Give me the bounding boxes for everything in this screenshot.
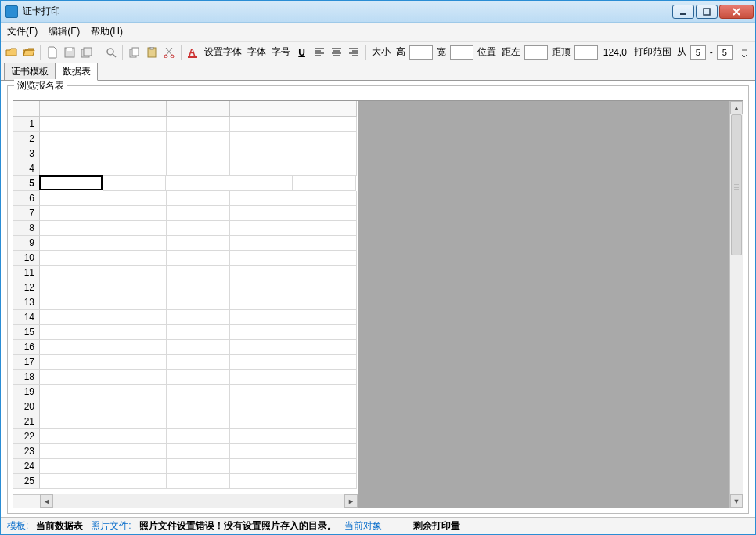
close-button[interactable] (719, 5, 754, 19)
grid-corner[interactable] (13, 101, 40, 117)
new-doc-icon[interactable] (45, 45, 59, 60)
cell[interactable] (40, 251, 103, 266)
minimize-button[interactable] (672, 5, 694, 19)
table-row[interactable]: 9 (13, 236, 358, 251)
col-header-2[interactable] (103, 101, 167, 117)
table-row[interactable]: 1 (13, 117, 358, 132)
table-row[interactable]: 7 (13, 206, 358, 221)
cell[interactable] (167, 146, 230, 161)
col-header-3[interactable] (167, 101, 230, 117)
width-input[interactable] (450, 45, 473, 60)
cell[interactable] (293, 280, 357, 295)
cell[interactable] (293, 132, 357, 146)
cell[interactable] (293, 236, 357, 251)
cell[interactable] (103, 370, 167, 385)
cell[interactable] (167, 340, 230, 355)
row-header[interactable]: 2 (13, 132, 40, 146)
cell[interactable] (40, 280, 103, 295)
hscroll-right-arrow[interactable]: ► (344, 494, 358, 508)
cell[interactable] (103, 459, 167, 474)
row-header[interactable]: 6 (13, 191, 40, 206)
table-row[interactable]: 11 (13, 266, 358, 280)
tab-data[interactable]: 数据表 (56, 63, 98, 81)
cell[interactable] (167, 295, 230, 310)
cell[interactable] (40, 444, 103, 459)
cell[interactable] (40, 295, 103, 310)
table-row[interactable]: 16 (13, 340, 358, 355)
cell[interactable] (167, 429, 230, 444)
cell[interactable] (230, 355, 293, 370)
cell[interactable] (230, 266, 293, 280)
table-row[interactable]: 18 (13, 370, 358, 385)
cell[interactable] (103, 280, 167, 295)
cell[interactable] (40, 146, 103, 161)
cell[interactable] (40, 310, 103, 325)
cell[interactable] (167, 161, 230, 176)
cell[interactable] (293, 176, 356, 191)
cell[interactable] (103, 221, 167, 236)
row-header[interactable]: 7 (13, 206, 40, 221)
grid-body[interactable]: 1234567891011121314151617181920212223242… (13, 117, 358, 494)
cell[interactable] (230, 251, 293, 266)
col-header-5[interactable] (293, 101, 357, 117)
cell[interactable] (103, 355, 167, 370)
cell[interactable] (166, 176, 229, 191)
cell[interactable] (230, 429, 293, 444)
cell[interactable] (40, 266, 103, 280)
cell[interactable] (103, 429, 167, 444)
table-row[interactable]: 6 (13, 191, 358, 206)
height-input[interactable] (409, 45, 433, 60)
font-label[interactable]: 字体 (246, 45, 268, 59)
cell[interactable] (167, 459, 230, 474)
cell[interactable] (167, 355, 230, 370)
cell[interactable] (293, 414, 357, 429)
cell[interactable] (293, 117, 357, 132)
maximize-button[interactable] (696, 5, 718, 19)
cell[interactable] (293, 146, 357, 161)
cell[interactable] (40, 385, 103, 399)
row-header[interactable]: 21 (13, 414, 40, 429)
cell[interactable] (293, 266, 357, 280)
cell[interactable] (167, 444, 230, 459)
cell[interactable] (103, 206, 167, 221)
row-header[interactable]: 11 (13, 266, 40, 280)
cell[interactable] (103, 266, 167, 280)
table-row[interactable]: 14 (13, 310, 358, 325)
row-header[interactable]: 25 (13, 474, 40, 489)
cell[interactable] (40, 206, 103, 221)
cell[interactable] (230, 399, 293, 414)
align-left-icon[interactable] (311, 45, 326, 60)
cell[interactable] (230, 444, 293, 459)
table-row[interactable]: 25 (13, 474, 358, 489)
align-right-icon[interactable] (347, 45, 362, 60)
table-row[interactable]: 5 (13, 176, 358, 191)
titlebar[interactable]: 证卡打印 (1, 1, 755, 23)
cell[interactable] (293, 385, 357, 399)
cell[interactable] (230, 459, 293, 474)
cell[interactable] (103, 236, 167, 251)
paste-icon[interactable] (144, 45, 159, 60)
cell[interactable] (230, 221, 293, 236)
cell[interactable] (40, 399, 103, 414)
cell[interactable] (40, 459, 103, 474)
cell[interactable] (293, 325, 357, 340)
cell[interactable] (103, 414, 167, 429)
h-scrollbar[interactable]: ◄ ► (13, 494, 358, 508)
save-icon[interactable] (63, 45, 77, 60)
cell[interactable] (103, 340, 167, 355)
row-header[interactable]: 4 (13, 161, 40, 176)
cell[interactable] (103, 146, 167, 161)
row-header[interactable]: 5 (13, 176, 40, 191)
cell[interactable] (167, 474, 230, 489)
cell[interactable] (230, 206, 293, 221)
cell[interactable] (167, 399, 230, 414)
cell[interactable] (40, 370, 103, 385)
v-scrollbar[interactable]: ▲ ▼ (729, 101, 743, 508)
cell[interactable] (230, 280, 293, 295)
row-header[interactable]: 9 (13, 236, 40, 251)
cell[interactable] (230, 414, 293, 429)
row-header[interactable]: 8 (13, 221, 40, 236)
cell[interactable] (103, 191, 167, 206)
table-row[interactable]: 12 (13, 280, 358, 295)
cell[interactable] (230, 310, 293, 325)
